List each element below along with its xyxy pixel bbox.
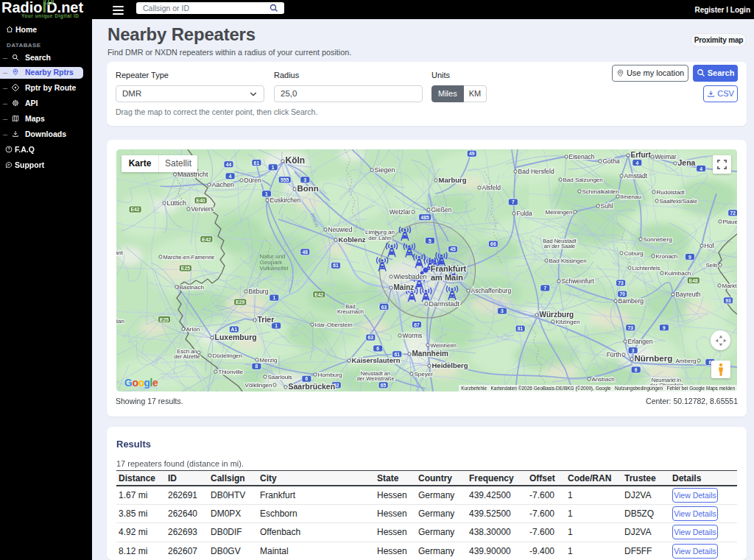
svg-text:Marktre: Marktre [722, 283, 738, 289]
svg-text:der Weinstraße: der Weinstraße [356, 375, 394, 382]
svg-text:1: 1 [275, 323, 278, 328]
svg-text:Düdelingen: Düdelingen [213, 352, 242, 359]
svg-text:Bad Salzungen: Bad Salzungen [563, 177, 603, 183]
svg-text:63: 63 [381, 305, 387, 310]
svg-text:an der Saale: an der Saale [544, 243, 576, 249]
svg-text:Düren: Düren [244, 177, 261, 184]
svg-text:4: 4 [635, 160, 638, 166]
svg-text:66: 66 [490, 241, 496, 247]
svg-text:Bitburg: Bitburg [249, 288, 269, 295]
svg-text:Siegen: Siegen [375, 166, 395, 174]
svg-text:65: 65 [381, 383, 387, 388]
svg-text:Alsfeld: Alsfeld [482, 184, 501, 191]
svg-text:Ilmenau: Ilmenau [621, 194, 641, 200]
svg-text:Aschaffenburg: Aschaffenburg [471, 287, 512, 294]
svg-text:E42: E42 [202, 237, 211, 242]
svg-text:45: 45 [450, 247, 456, 252]
svg-text:6: 6 [376, 346, 379, 351]
svg-text:am Main: am Main [431, 273, 463, 282]
svg-text:73: 73 [618, 280, 624, 286]
svg-text:7: 7 [512, 199, 515, 205]
svg-text:A1: A1 [231, 327, 238, 332]
svg-text:8: 8 [256, 364, 258, 369]
svg-text:Bayreuth: Bayreuth [676, 291, 701, 298]
svg-text:Trier: Trier [258, 315, 275, 324]
svg-text:Aachen: Aachen [212, 181, 235, 188]
svg-text:Fulda: Fulda [517, 210, 533, 217]
svg-text:485: 485 [421, 215, 430, 220]
svg-text:Heidelberg: Heidelberg [432, 361, 468, 369]
svg-text:Wetzlar: Wetzlar [390, 208, 411, 216]
svg-text:Gotha: Gotha [603, 157, 620, 165]
svg-text:73: 73 [628, 325, 634, 330]
svg-text:Thionville: Thionville [219, 369, 244, 375]
svg-text:3: 3 [303, 177, 306, 182]
svg-text:49: 49 [469, 151, 475, 156]
svg-text:44: 44 [226, 162, 232, 167]
svg-text:Rudolstadt: Rudolstadt [657, 189, 686, 196]
svg-text:3: 3 [632, 348, 635, 353]
svg-text:Koblenz: Koblenz [339, 235, 366, 244]
svg-text:Bastnach: Bastnach [180, 284, 204, 291]
svg-text:70: 70 [619, 291, 625, 297]
svg-text:Bad Hersfeld: Bad Hersfeld [518, 168, 554, 175]
svg-text:Würzburg: Würzburg [540, 311, 574, 319]
svg-text:Bamberg: Bamberg [619, 297, 644, 305]
svg-text:Darmstadt: Darmstadt [429, 300, 460, 308]
svg-text:Weinheim: Weinheim [431, 342, 457, 349]
svg-text:Marburg: Marburg [439, 176, 467, 184]
svg-text:72: 72 [730, 210, 736, 216]
svg-text:1: 1 [265, 191, 268, 196]
svg-text:Kaiserslautern: Kaiserslautern [352, 356, 401, 364]
svg-text:Worms: Worms [403, 332, 423, 339]
svg-text:Merzig: Merzig [260, 357, 278, 364]
svg-text:Gießen: Gießen [431, 206, 452, 213]
svg-text:Euskirchen: Euskirchen [270, 196, 301, 204]
svg-text:3: 3 [501, 308, 504, 313]
svg-text:Schweinfurt: Schweinfurt [562, 277, 595, 285]
svg-text:E25: E25 [160, 317, 169, 322]
svg-text:9: 9 [688, 255, 691, 260]
svg-text:Weimar: Weimar [655, 153, 677, 160]
svg-text:61: 61 [333, 263, 339, 268]
svg-text:der Lahn: der Lahn [368, 235, 392, 241]
svg-text:der Alzette: der Alzette [174, 353, 200, 360]
svg-text:48: 48 [303, 249, 309, 255]
svg-text:Kitzingen: Kitzingen [556, 319, 580, 325]
svg-text:Coburg: Coburg [624, 250, 644, 257]
svg-text:Köln: Köln [286, 155, 306, 166]
svg-text:Saalfeld/Saale: Saalfeld/Saale [660, 198, 698, 205]
svg-text:Ansbach: Ansbach [592, 376, 615, 383]
svg-text:81: 81 [518, 326, 524, 331]
svg-text:1: 1 [272, 295, 275, 300]
svg-text:Arlon: Arlon [186, 326, 200, 333]
svg-text:mant: mant [116, 249, 124, 256]
svg-text:6: 6 [635, 367, 638, 372]
svg-text:Völklingen: Völklingen [245, 382, 272, 389]
svg-text:Eisenach: Eisenach [569, 153, 595, 160]
svg-text:Saarlouis: Saarlouis [268, 374, 292, 380]
svg-text:Selb: Selb [705, 262, 718, 269]
svg-text:Sonneberg: Sonneberg [644, 236, 672, 243]
svg-text:Frankfurt: Frankfurt [431, 264, 467, 273]
svg-text:Erfurt: Erfurt [631, 151, 652, 159]
svg-text:Amberg: Amberg [675, 358, 696, 364]
svg-text:93: 93 [725, 298, 731, 303]
svg-text:Erlangen: Erlangen [628, 338, 653, 345]
svg-text:Mainz: Mainz [394, 283, 415, 291]
svg-text:Nürnberg: Nürnberg [635, 354, 673, 363]
svg-text:E42: E42 [314, 292, 323, 297]
svg-text:Arnstadt: Arnstadt [624, 172, 648, 180]
svg-text:67: 67 [414, 322, 420, 327]
svg-text:6: 6 [306, 376, 309, 381]
svg-text:E40: E40 [197, 198, 205, 203]
svg-text:4: 4 [229, 174, 232, 179]
svg-text:61: 61 [254, 160, 260, 166]
svg-text:63: 63 [368, 335, 374, 340]
svg-text:Schmalkalden: Schmalkalden [582, 188, 619, 195]
svg-text:7: 7 [543, 286, 546, 291]
svg-text:Luxemburg: Luxemburg [215, 333, 257, 341]
svg-text:Bonn: Bonn [297, 184, 319, 193]
svg-text:Meiningen: Meiningen [546, 209, 573, 216]
svg-text:E48: E48 [689, 278, 698, 283]
